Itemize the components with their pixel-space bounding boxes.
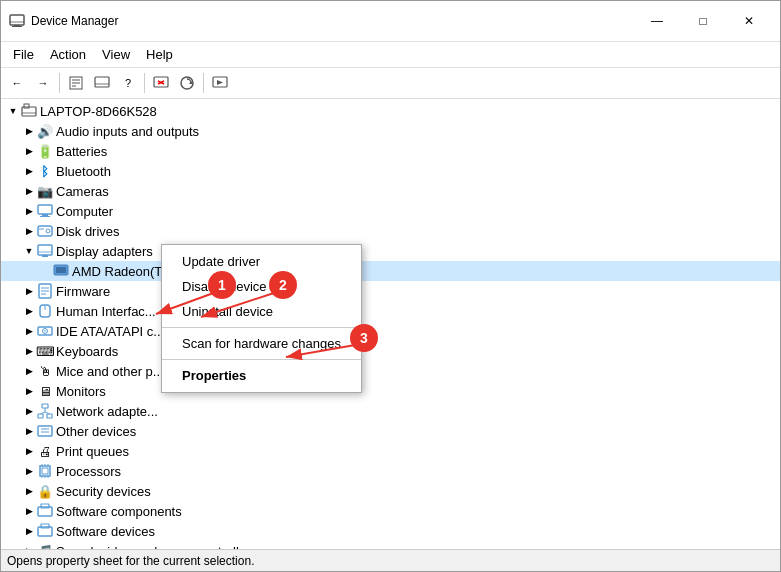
svg-rect-0	[10, 15, 24, 25]
other-expand[interactable]: ▶	[21, 423, 37, 439]
computer-expand[interactable]: ▶	[21, 203, 37, 219]
context-menu: Update driver Disable device Uninstall d…	[161, 244, 362, 393]
tb-forward-button[interactable]: →	[31, 71, 55, 95]
hid-expand[interactable]: ▶	[21, 303, 37, 319]
network-expand[interactable]: ▶	[21, 403, 37, 419]
tree-item-firmware[interactable]: ▶ Firmware	[1, 281, 780, 301]
firmware-label: Firmware	[56, 284, 110, 299]
minimize-button[interactable]: —	[634, 7, 680, 35]
tree-root[interactable]: ▼ LAPTOP-8D66K528	[1, 101, 780, 121]
mice-expand[interactable]: ▶	[21, 363, 37, 379]
tree-item-batteries[interactable]: ▶ 🔋 Batteries	[1, 141, 780, 161]
security-label: Security devices	[56, 484, 151, 499]
svg-rect-2	[12, 26, 22, 27]
audio-expand[interactable]: ▶	[21, 123, 37, 139]
softcomp-expand[interactable]: ▶	[21, 503, 37, 519]
display-icon	[37, 243, 53, 259]
device-tree[interactable]: ▼ LAPTOP-8D66K528 ▶ 🔊 Audio inputs and o…	[1, 99, 780, 549]
ide-expand[interactable]: ▶	[21, 323, 37, 339]
close-button[interactable]: ✕	[726, 7, 772, 35]
tree-item-other[interactable]: ▶ Other devices	[1, 421, 780, 441]
tb-uninstall-button[interactable]	[149, 71, 173, 95]
menu-file[interactable]: File	[5, 44, 42, 65]
tb-separator-2	[144, 73, 145, 93]
menu-action[interactable]: Action	[42, 44, 94, 65]
svg-rect-40	[42, 404, 48, 408]
tb-help-button[interactable]: ?	[116, 71, 140, 95]
annotation-2: 2	[269, 271, 297, 299]
root-label: LAPTOP-8D66K528	[40, 104, 157, 119]
tree-item-processors[interactable]: ▶ Processors	[1, 461, 780, 481]
sound-expand[interactable]: ▶	[21, 543, 37, 549]
disk-expand[interactable]: ▶	[21, 223, 37, 239]
tree-item-amd[interactable]: ▶ AMD Radeon(TM) Graphics	[1, 261, 780, 281]
menu-help[interactable]: Help	[138, 44, 181, 65]
keyboards-icon: ⌨	[37, 343, 53, 359]
processors-icon	[37, 463, 53, 479]
status-text: Opens property sheet for the current sel…	[7, 554, 254, 568]
tree-item-bluetooth[interactable]: ▶ ᛒ Bluetooth	[1, 161, 780, 181]
svg-rect-20	[38, 205, 52, 214]
tree-item-keyboards[interactable]: ▶ ⌨ Keyboards	[1, 341, 780, 361]
title-bar-controls: — □ ✕	[634, 7, 772, 35]
tree-item-security[interactable]: ▶ 🔒 Security devices	[1, 481, 780, 501]
annotation-1: 1	[208, 271, 236, 299]
tree-item-softdev[interactable]: ▶ Software devices	[1, 521, 780, 541]
softdev-expand[interactable]: ▶	[21, 523, 37, 539]
ide-label: IDE ATA/ATAPI c...	[56, 324, 164, 339]
tb-display-button[interactable]	[208, 71, 232, 95]
ctx-scan-hardware[interactable]: Scan for hardware changes	[162, 331, 361, 356]
softdev-label: Software devices	[56, 524, 155, 539]
tree-item-ide[interactable]: ▶ IDE ATA/ATAPI c...	[1, 321, 780, 341]
computer-icon	[37, 203, 53, 219]
display-label: Display adapters	[56, 244, 153, 259]
processors-expand[interactable]: ▶	[21, 463, 37, 479]
tb-update-button[interactable]	[90, 71, 114, 95]
ctx-disable-device[interactable]: Disable device	[162, 274, 361, 299]
print-icon: 🖨	[37, 443, 53, 459]
softdev-icon	[37, 523, 53, 539]
maximize-button[interactable]: □	[680, 7, 726, 35]
bluetooth-expand[interactable]: ▶	[21, 163, 37, 179]
ctx-uninstall-device[interactable]: Uninstall device	[162, 299, 361, 324]
firmware-expand[interactable]: ▶	[21, 283, 37, 299]
tree-item-audio[interactable]: ▶ 🔊 Audio inputs and outputs	[1, 121, 780, 141]
tree-item-network[interactable]: ▶ Network adapte...	[1, 401, 780, 421]
tree-item-display[interactable]: ▼ Display adapters	[1, 241, 780, 261]
bluetooth-icon: ᛒ	[37, 163, 53, 179]
display-expand[interactable]: ▼	[21, 243, 37, 259]
tree-item-softcomp[interactable]: ▶ Software components	[1, 501, 780, 521]
security-expand[interactable]: ▶	[21, 483, 37, 499]
network-label: Network adapte...	[56, 404, 158, 419]
tree-item-cameras[interactable]: ▶ 📷 Cameras	[1, 181, 780, 201]
print-expand[interactable]: ▶	[21, 443, 37, 459]
svg-rect-30	[56, 267, 66, 273]
device-manager-window: Device Manager — □ ✕ File Action View He…	[0, 0, 781, 572]
ctx-separator-1	[162, 327, 361, 328]
menu-view[interactable]: View	[94, 44, 138, 65]
tree-item-computer[interactable]: ▶ Computer	[1, 201, 780, 221]
tree-item-monitors[interactable]: ▶ 🖥 Monitors	[1, 381, 780, 401]
tree-item-sound[interactable]: ▶ 🎵 Sound, video and game controllers	[1, 541, 780, 549]
tree-item-mice[interactable]: ▶ 🖱 Mice and other p...	[1, 361, 780, 381]
tb-separator-3	[203, 73, 204, 93]
annotation-3: 3	[350, 324, 378, 352]
svg-marker-16	[217, 80, 223, 85]
tree-item-print[interactable]: ▶ 🖨 Print queues	[1, 441, 780, 461]
svg-rect-50	[42, 468, 48, 474]
processors-label: Processors	[56, 464, 121, 479]
softcomp-icon	[37, 503, 53, 519]
tree-item-hid[interactable]: ▶ Human Interfac...	[1, 301, 780, 321]
ctx-properties[interactable]: Properties	[162, 363, 361, 388]
monitors-expand[interactable]: ▶	[21, 383, 37, 399]
ctx-update-driver[interactable]: Update driver	[162, 249, 361, 274]
root-expand[interactable]: ▼	[5, 103, 21, 119]
other-label: Other devices	[56, 424, 136, 439]
tb-back-button[interactable]: ←	[5, 71, 29, 95]
tb-scan-button[interactable]	[175, 71, 199, 95]
tb-properties-button[interactable]	[64, 71, 88, 95]
cameras-expand[interactable]: ▶	[21, 183, 37, 199]
batteries-expand[interactable]: ▶	[21, 143, 37, 159]
tree-item-disk[interactable]: ▶ Disk drives	[1, 221, 780, 241]
ide-icon	[37, 323, 53, 339]
